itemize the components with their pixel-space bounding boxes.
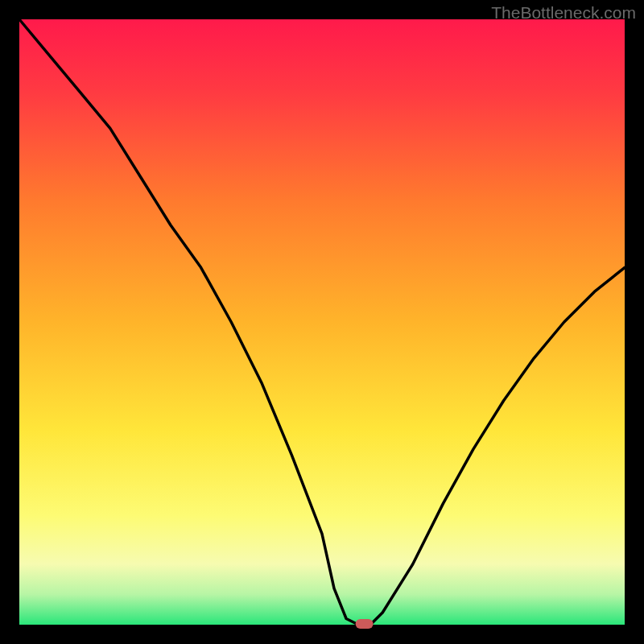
optimal-point-marker	[356, 619, 374, 629]
chart-svg	[0, 0, 644, 644]
watermark-text: TheBottleneck.com	[491, 3, 636, 23]
chart-container: TheBottleneck.com	[0, 0, 644, 644]
